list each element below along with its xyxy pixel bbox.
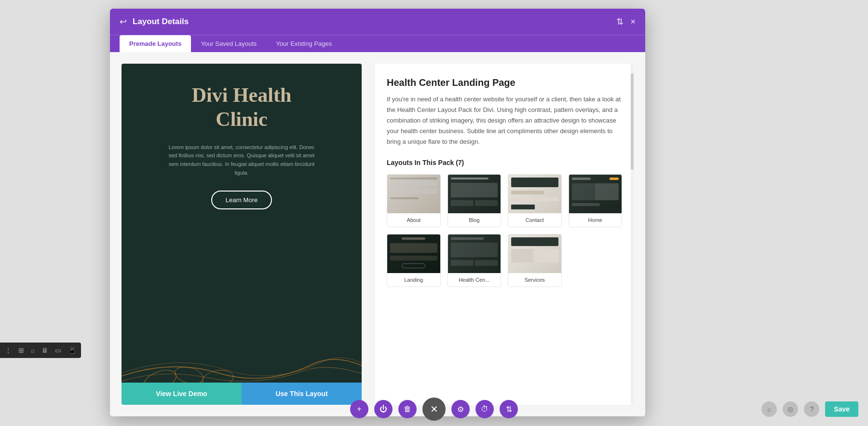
delete-button[interactable]: 🗑 <box>398 400 417 418</box>
tab-premade-layouts[interactable]: Premade Layouts <box>120 35 191 52</box>
history-button[interactable]: ⏱ <box>475 400 494 418</box>
layout-name: Health Center Landing Page <box>387 77 622 88</box>
scrollbar-track <box>631 64 634 405</box>
bottom-toolbar: + ⏻ 🗑 ✕ ⚙ ⏱ ⇅ ⌕ ◎ ? Save <box>0 392 868 426</box>
close-center-button[interactable]: ✕ <box>422 398 446 421</box>
plus-icon: + <box>357 405 361 413</box>
thumbnail-healthcen[interactable]: Health Cen... <box>448 234 502 287</box>
thumbnail-blog[interactable]: Blog <box>448 174 502 227</box>
thumbnail-home[interactable]: Home <box>569 174 623 227</box>
header-right: ⇅ × <box>616 16 636 27</box>
tablet-icon[interactable]: ▭ <box>55 346 61 354</box>
layout-button[interactable]: ⇅ <box>500 400 518 418</box>
thumbnail-services-img <box>508 234 561 273</box>
layout-preview-panel: Divi HealthClinic Lorem ipsum dolor sit … <box>122 64 362 405</box>
thumbnail-about-img <box>387 175 440 213</box>
thumbnail-about[interactable]: About <box>387 174 441 227</box>
back-icon[interactable]: ↩ <box>120 16 127 27</box>
thumbnail-landing[interactable]: Landing <box>387 234 441 287</box>
toolbar-right-actions: ⌕ ◎ ? Save <box>761 401 858 417</box>
left-toolbar: ⋮ ⊞ ⌕ 🖥 ▭ 📱 <box>0 343 81 358</box>
search-right-icon: ⌕ <box>767 405 771 413</box>
gear-icon: ⚙ <box>457 405 464 414</box>
thumbnail-services[interactable]: Services <box>508 234 562 287</box>
preview-image: Divi HealthClinic Lorem ipsum dolor sit … <box>122 64 362 383</box>
preview-body-text: Lorem ipsum dolor sit amet, consectetur … <box>164 143 319 177</box>
layout-description: If you're in need of a health center web… <box>387 94 622 147</box>
scrollbar-thumb[interactable] <box>631 73 634 170</box>
save-button[interactable]: Save <box>825 401 858 417</box>
thumbnail-home-img <box>569 175 622 213</box>
add-button[interactable]: + <box>350 400 368 418</box>
layout-icon: ⇅ <box>506 405 512 414</box>
layout-details-panel: Health Center Landing Page If you're in … <box>375 64 634 405</box>
circle-icon: ◎ <box>787 405 793 413</box>
close-modal-icon[interactable]: × <box>630 17 636 27</box>
thumbnails-grid: About Blog <box>387 174 622 287</box>
thumbnail-home-label: Home <box>569 213 622 227</box>
search-right-button[interactable]: ⌕ <box>761 401 777 417</box>
settings-button[interactable]: ⚙ <box>451 400 470 418</box>
trash-icon: 🗑 <box>404 405 411 413</box>
modal-title: Layout Details <box>133 17 189 27</box>
power-button[interactable]: ⏻ <box>374 400 393 418</box>
toolbar-center-actions: + ⏻ 🗑 ✕ ⚙ ⏱ ⇅ <box>350 398 518 421</box>
clock-icon: ⏱ <box>481 405 488 413</box>
search-small-icon[interactable]: ⌕ <box>31 346 35 354</box>
thumbnail-landing-label: Landing <box>387 273 440 287</box>
thumbnail-healthcen-img <box>448 234 501 273</box>
desktop-icon[interactable]: 🖥 <box>41 346 48 354</box>
decorative-lines <box>122 344 362 383</box>
thumbnail-contact[interactable]: Contact <box>508 174 562 227</box>
thumbnail-about-label: About <box>387 213 440 227</box>
header-left: ↩ Layout Details <box>120 16 189 27</box>
tab-bar: Premade Layouts Your Saved Layouts Your … <box>110 35 645 52</box>
circle-button[interactable]: ◎ <box>783 401 798 417</box>
learn-more-button[interactable]: Learn More <box>211 191 272 209</box>
thumbnail-healthcen-label: Health Cen... <box>448 273 501 287</box>
x-icon: ✕ <box>430 403 438 415</box>
thumbnail-services-label: Services <box>508 273 561 287</box>
layouts-in-pack-title: Layouts In This Pack (7) <box>387 159 622 166</box>
thumbnail-landing-img <box>387 234 440 273</box>
thumbnail-contact-label: Contact <box>508 213 561 227</box>
power-icon: ⏻ <box>380 405 387 413</box>
thumbnail-blog-img <box>448 175 501 213</box>
thumbnail-blog-label: Blog <box>448 213 501 227</box>
question-icon: ? <box>810 405 814 413</box>
mobile-icon[interactable]: 📱 <box>68 346 76 354</box>
tab-existing-pages[interactable]: Your Existing Pages <box>266 35 341 52</box>
preview-site-title: Divi HealthClinic <box>192 83 292 132</box>
help-button[interactable]: ? <box>804 401 819 417</box>
modal-header: ↩ Layout Details ⇅ × <box>110 9 645 35</box>
tab-saved-layouts[interactable]: Your Saved Layouts <box>191 35 266 52</box>
menu-icon[interactable]: ⋮ <box>5 346 12 354</box>
adjust-icon[interactable]: ⇅ <box>616 16 624 27</box>
thumbnail-contact-img <box>508 175 561 213</box>
modal-body: Divi HealthClinic Lorem ipsum dolor sit … <box>110 52 645 416</box>
layout-details-modal: ↩ Layout Details ⇅ × Premade Layouts You… <box>110 9 645 416</box>
grid-icon[interactable]: ⊞ <box>18 346 24 354</box>
